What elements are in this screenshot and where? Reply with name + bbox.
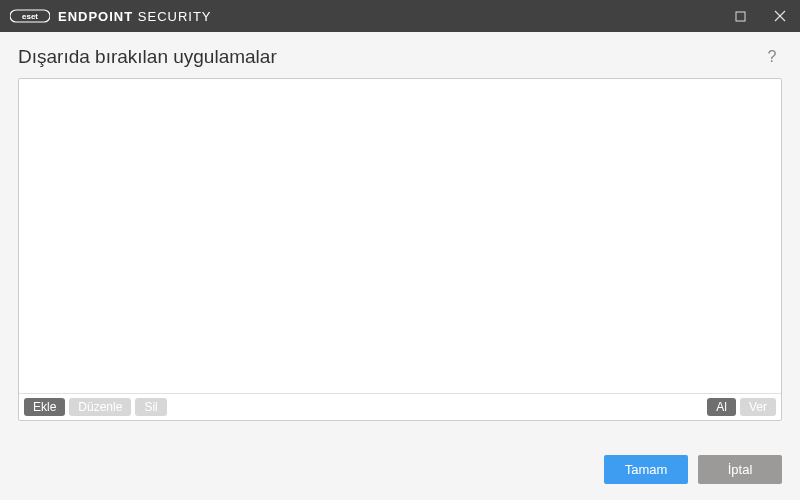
- excluded-apps-panel: Ekle Düzenle Sil Al Ver: [18, 78, 782, 421]
- import-button[interactable]: Al: [707, 398, 736, 416]
- content-area: Dışarıda bırakılan uygulamalar ? Ekle Dü…: [0, 32, 800, 439]
- excluded-apps-list[interactable]: [19, 79, 781, 393]
- delete-button: Sil: [135, 398, 166, 416]
- app-title-suffix: SECURITY: [133, 9, 211, 24]
- brand-logo: eset: [10, 9, 50, 23]
- close-icon: [774, 10, 786, 22]
- app-title-prefix: ENDPOINT: [58, 9, 133, 24]
- svg-rect-2: [736, 12, 745, 21]
- export-button: Ver: [740, 398, 776, 416]
- add-button[interactable]: Ekle: [24, 398, 65, 416]
- close-button[interactable]: [760, 0, 800, 32]
- help-icon: ?: [768, 48, 777, 66]
- svg-text:eset: eset: [22, 12, 38, 21]
- help-button[interactable]: ?: [762, 47, 782, 67]
- header-row: Dışarıda bırakılan uygulamalar ?: [18, 46, 782, 68]
- edit-button: Düzenle: [69, 398, 131, 416]
- page-title: Dışarıda bırakılan uygulamalar: [18, 46, 277, 68]
- footer: Tamam İptal: [0, 439, 800, 500]
- titlebar: eset ENDPOINT SECURITY: [0, 0, 800, 32]
- maximize-icon: [735, 11, 746, 22]
- ok-button[interactable]: Tamam: [604, 455, 688, 484]
- app-title: ENDPOINT SECURITY: [58, 9, 212, 24]
- panel-toolbar: Ekle Düzenle Sil Al Ver: [19, 393, 781, 420]
- cancel-button[interactable]: İptal: [698, 455, 782, 484]
- maximize-button[interactable]: [720, 0, 760, 32]
